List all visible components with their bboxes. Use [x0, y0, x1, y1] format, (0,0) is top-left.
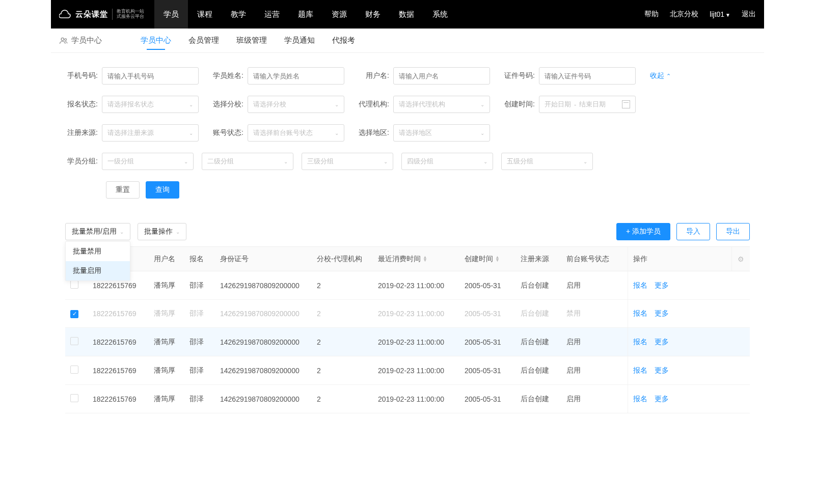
enroll-link[interactable]: 报名: [633, 338, 647, 346]
more-link[interactable]: 更多: [655, 281, 669, 289]
th-create-time[interactable]: 创建时间▲▼: [459, 247, 515, 271]
cell-school-agent: 2: [312, 385, 373, 413]
th-school-agent: 分校-代理机构: [312, 247, 373, 271]
row-checkbox[interactable]: ✓: [70, 310, 78, 318]
batch-disable-item[interactable]: 批量禁用: [66, 242, 130, 261]
acct-status-select[interactable]: 请选择前台账号状态⌄: [248, 124, 344, 142]
reg-src-label: 注册来源:: [65, 128, 98, 137]
group-select-1[interactable]: 一级分组⌄: [102, 153, 194, 170]
idno-input[interactable]: [539, 67, 636, 85]
student-name-input[interactable]: [248, 67, 344, 85]
more-link[interactable]: 更多: [655, 338, 669, 346]
group-select-2[interactable]: 二级分组⌄: [202, 153, 293, 170]
subnav-item-2[interactable]: 班级管理: [236, 29, 267, 53]
topnav-item-8[interactable]: 系统: [423, 0, 457, 29]
reg-src-select[interactable]: 请选择注册来源⌄: [102, 124, 199, 142]
batch-enable-item[interactable]: 批量启用: [66, 261, 130, 281]
create-time-range[interactable]: 开始日期-结束日期: [539, 96, 636, 113]
more-link[interactable]: 更多: [655, 309, 669, 317]
subnav-item-4[interactable]: 代报考: [332, 29, 355, 53]
subnav-item-0[interactable]: 学员中心: [141, 29, 171, 53]
enroll-status-select[interactable]: 请选择报名状态⌄: [102, 96, 199, 113]
cell-idno: 14262919870809200000: [215, 385, 312, 413]
topnav-item-2[interactable]: 教学: [222, 0, 255, 29]
cell-front-status: 禁用: [561, 300, 628, 328]
enroll-status-label: 报名状态:: [65, 100, 98, 109]
region-select[interactable]: 请选择地区⌄: [393, 124, 490, 142]
topnav-item-1[interactable]: 课程: [188, 0, 222, 29]
username-input[interactable]: [393, 67, 490, 85]
group-select-4[interactable]: 四级分组⌄: [401, 153, 493, 170]
topnav-item-4[interactable]: 题库: [289, 0, 322, 29]
create-time-label: 创建时间:: [502, 100, 535, 109]
topnav-item-7[interactable]: 数据: [390, 0, 423, 29]
student-table: 用户名 报名 身份证号 分校-代理机构 最近消费时间▲▼ 创建时间▲▼ 注册来源…: [65, 246, 750, 413]
school-select[interactable]: 请选择分校⌄: [248, 96, 344, 113]
acct-status-label: 账号状态:: [211, 128, 243, 137]
chevron-down-icon: ⌄: [184, 159, 188, 164]
enroll-link[interactable]: 报名: [633, 281, 647, 289]
agent-select[interactable]: 请选择代理机构⌄: [393, 96, 490, 113]
cloud-icon: [59, 10, 71, 19]
cell-idno: 14262919870809200000: [215, 300, 312, 328]
school-link[interactable]: 北京分校: [670, 10, 698, 19]
topnav-item-0[interactable]: 学员: [154, 0, 188, 29]
chevron-down-icon: ⌄: [480, 130, 484, 136]
filters: 手机号码: 学员姓名: 用户名: 证件号码: 收起 ⌃ 报名状: [51, 53, 764, 214]
reset-button[interactable]: 重置: [106, 181, 140, 199]
cell-school-agent: 2: [312, 271, 373, 300]
th-last-consume[interactable]: 最近消费时间▲▼: [373, 247, 459, 271]
table-row: 18222615769潘筠厚邵泽142629198708092000002201…: [65, 356, 750, 385]
add-student-button[interactable]: + 添加学员: [616, 223, 670, 240]
enroll-link[interactable]: 报名: [633, 395, 647, 403]
row-checkbox[interactable]: [70, 366, 78, 374]
more-link[interactable]: 更多: [655, 366, 669, 374]
more-link[interactable]: 更多: [655, 395, 669, 403]
action-bar: 批量禁用/启用⌄ 批量操作⌄ 批量禁用 批量启用 + 添加学员 导入 导出: [51, 214, 764, 246]
cell-idno: 14262919870809200000: [215, 328, 312, 356]
phone-input[interactable]: [102, 67, 199, 85]
cell-create-time: 2005-05-31: [459, 300, 515, 328]
cell-enroll: 邵泽: [184, 328, 215, 356]
table-row: 18222615769潘筠厚邵泽142629198708092000002201…: [65, 385, 750, 413]
divider: [112, 9, 113, 20]
cell-phone: 18222615769: [88, 328, 149, 356]
user-menu[interactable]: lijt01▼: [710, 10, 730, 18]
enroll-link[interactable]: 报名: [633, 309, 647, 317]
chevron-down-icon: ⌄: [120, 229, 124, 235]
row-checkbox[interactable]: [70, 337, 78, 345]
subnav-item-3[interactable]: 学员通知: [284, 29, 315, 53]
batch-ops-dropdown[interactable]: 批量操作⌄: [138, 223, 186, 240]
cell-front-status: 启用: [561, 271, 628, 300]
row-checkbox[interactable]: [70, 394, 78, 402]
cell-front-status: 启用: [561, 328, 628, 356]
th-ops: 操作: [628, 247, 731, 271]
enroll-link[interactable]: 报名: [633, 366, 647, 374]
subnav-item-1[interactable]: 会员管理: [188, 29, 219, 53]
gear-icon[interactable]: ⚙: [738, 255, 744, 263]
group-select-3[interactable]: 三级分组⌄: [302, 153, 393, 170]
cell-create-time: 2005-05-31: [459, 385, 515, 413]
row-checkbox[interactable]: [70, 281, 78, 289]
agent-label: 代理机构:: [357, 100, 389, 109]
sort-icon: ▲▼: [495, 256, 500, 262]
top-nav-right: 帮助 北京分校 lijt01▼ 退出: [644, 10, 756, 19]
topnav-item-6[interactable]: 财务: [356, 0, 390, 29]
cell-phone: 18222615769: [88, 300, 149, 328]
batch-toggle-dropdown[interactable]: 批量禁用/启用⌄: [65, 223, 130, 240]
export-button[interactable]: 导出: [716, 223, 750, 240]
collapse-toggle[interactable]: 收起 ⌃: [650, 71, 671, 80]
topnav-item-3[interactable]: 运营: [255, 0, 289, 29]
cell-last-consume: 2019-02-23 11:00:00: [373, 300, 459, 328]
group-select-5[interactable]: 五级分组⌄: [501, 153, 593, 170]
cell-school-agent: 2: [312, 328, 373, 356]
query-button[interactable]: 查询: [146, 181, 179, 199]
topnav-item-5[interactable]: 资源: [322, 0, 356, 29]
help-link[interactable]: 帮助: [644, 10, 659, 19]
logout-link[interactable]: 退出: [742, 10, 756, 19]
import-button[interactable]: 导入: [676, 223, 710, 240]
top-nav-items: 学员课程教学运营题库资源财务数据系统: [154, 0, 457, 29]
cell-username: 潘筠厚: [149, 300, 184, 328]
logo[interactable]: 云朵课堂 教育机构一站 式服务云平台: [59, 9, 144, 20]
table-row: 18222615769潘筠厚邵泽142629198708092000002201…: [65, 328, 750, 356]
